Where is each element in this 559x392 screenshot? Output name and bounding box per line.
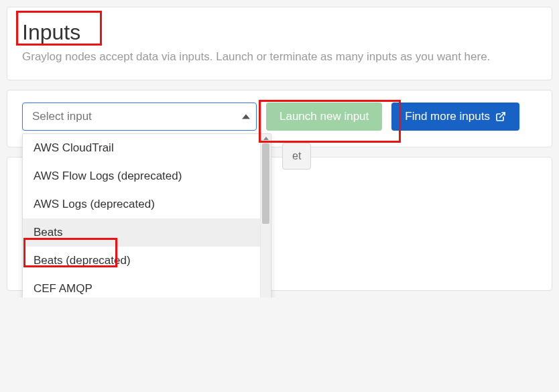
dropdown-option[interactable]: Beats (deprecated) xyxy=(23,247,260,275)
page-title: Inputs xyxy=(22,19,80,45)
controls-panel: AWS CloudTrailAWS Flow Logs (deprecated)… xyxy=(7,90,552,147)
dropdown-option[interactable]: AWS Flow Logs (deprecated) xyxy=(23,162,260,190)
launch-label: Launch new input xyxy=(280,110,369,123)
scroll-up-icon[interactable] xyxy=(263,137,269,140)
launch-new-input-button[interactable]: Launch new input xyxy=(266,103,382,131)
page-description: Graylog nodes accept data via inputs. La… xyxy=(22,49,537,65)
input-type-select[interactable]: AWS CloudTrailAWS Flow Logs (deprecated)… xyxy=(22,103,257,131)
input-type-dropdown: AWS CloudTrailAWS Flow Logs (deprecated)… xyxy=(22,133,271,298)
controls-row: AWS CloudTrailAWS Flow Logs (deprecated)… xyxy=(22,103,537,131)
dropdown-option[interactable]: Beats xyxy=(23,218,260,247)
dropdown-option[interactable]: AWS Logs (deprecated) xyxy=(23,190,260,218)
header-panel: Inputs Graylog nodes accept data via inp… xyxy=(7,7,552,80)
find-label: Find more inputs xyxy=(405,110,490,123)
dropdown-list: AWS CloudTrailAWS Flow Logs (deprecated)… xyxy=(23,134,260,298)
input-type-field[interactable] xyxy=(22,103,257,131)
external-link-icon xyxy=(495,111,506,122)
scrollbar[interactable] xyxy=(260,134,271,298)
chevron-up-icon xyxy=(242,115,250,119)
scrollbar-thumb[interactable] xyxy=(262,143,269,224)
svg-line-0 xyxy=(500,113,505,117)
dropdown-option[interactable]: AWS CloudTrail xyxy=(23,134,260,162)
obscured-button-fragment[interactable]: et xyxy=(282,143,311,170)
dropdown-option[interactable]: CEF AMQP xyxy=(23,275,260,298)
find-more-inputs-button[interactable]: Find more inputs xyxy=(391,103,519,131)
